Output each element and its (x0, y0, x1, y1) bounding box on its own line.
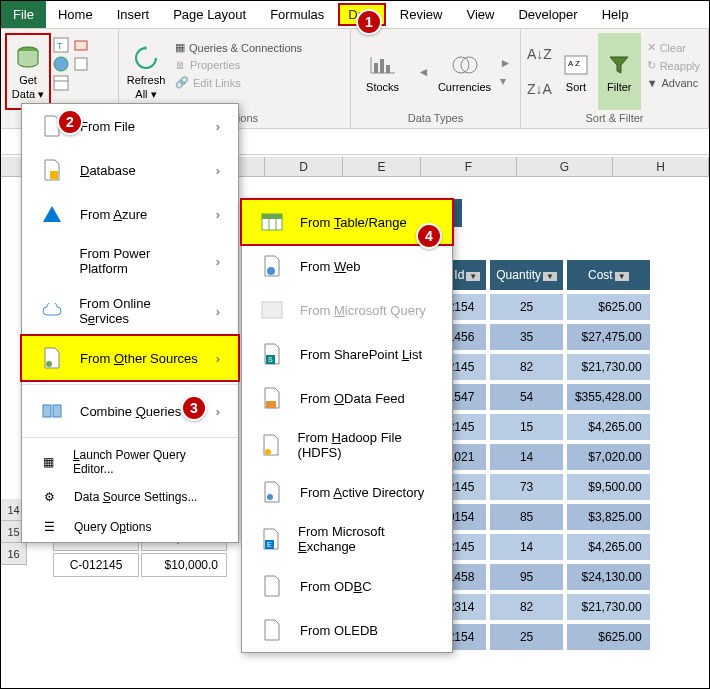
group-data-types: Data Types (355, 110, 516, 126)
tab-view[interactable]: View (454, 1, 506, 28)
from-text-icon[interactable]: T (53, 37, 71, 55)
currencies-button[interactable]: Currencies (442, 47, 488, 96)
power-platform-icon (40, 249, 63, 273)
ad-icon (260, 480, 284, 504)
svg-rect-15 (50, 171, 58, 179)
tab-home[interactable]: Home (46, 1, 105, 28)
odbc-icon (260, 574, 284, 598)
sort-asc-icon[interactable]: A↓Z (527, 46, 552, 62)
tab-formulas[interactable]: Formulas (258, 1, 336, 28)
database-icon (40, 158, 64, 182)
oledb-icon (260, 618, 284, 642)
menu-data-source-settings[interactable]: ⚙Data Source Settings... (22, 482, 238, 512)
tab-help[interactable]: Help (590, 1, 641, 28)
col-header-d[interactable]: D (265, 157, 343, 177)
hadoop-icon (260, 433, 282, 457)
menu-from-database[interactable]: Database› (22, 148, 238, 192)
azure-icon (40, 202, 64, 226)
svg-rect-18 (53, 405, 61, 417)
sort-icon: A Z (560, 49, 592, 81)
menu-from-power-platform[interactable]: From Power Platform› (22, 236, 238, 286)
properties-icon: 🗎 (175, 59, 186, 71)
svg-rect-6 (75, 41, 87, 50)
queries-connections-button[interactable]: ▦Queries & Connections (171, 39, 306, 56)
svg-point-16 (46, 361, 52, 367)
table-icon (260, 210, 284, 234)
tab-developer[interactable]: Developer (506, 1, 589, 28)
col-header-e[interactable]: E (343, 157, 421, 177)
menu-from-azure[interactable]: From Azure› (22, 192, 238, 236)
svg-rect-20 (262, 214, 282, 219)
data-table: uct Id▼ Quantity▼ Cost▼ 5215425$625.00 5… (426, 257, 653, 653)
menu-from-web[interactable]: From Web (242, 244, 452, 288)
edit-links-button[interactable]: 🔗Edit Links (171, 74, 306, 91)
svg-rect-27 (266, 401, 276, 408)
web-icon (260, 254, 284, 278)
menu-from-other-sources[interactable]: From Other Sources› (20, 334, 240, 382)
tab-review[interactable]: Review (388, 1, 455, 28)
exchange-icon: E (260, 527, 282, 551)
reapply-button[interactable]: ↻Reapply (643, 57, 704, 74)
sort-button[interactable]: A Z Sort (556, 33, 596, 110)
edit-links-icon: 🔗 (175, 76, 189, 89)
properties-button[interactable]: 🗎Properties (171, 57, 306, 73)
svg-rect-4 (54, 76, 68, 90)
advanced-icon: ▼ (647, 77, 658, 89)
svg-point-28 (265, 449, 271, 455)
advanced-button[interactable]: ▼Advanc (643, 75, 704, 91)
menu-from-exchange[interactable]: EFrom Microsoft Exchange (242, 514, 452, 564)
menu-query-options[interactable]: ☰Query Options (22, 512, 238, 542)
tab-insert[interactable]: Insert (105, 1, 162, 28)
connections-icon: ▦ (175, 41, 185, 54)
svg-rect-10 (386, 65, 390, 73)
svg-rect-9 (380, 59, 384, 73)
svg-point-23 (267, 267, 275, 275)
other-sources-submenu: From Table/Range From Web From Microsoft… (241, 199, 453, 653)
settings-icon: ⚙ (40, 488, 58, 506)
callout-badge-3: 3 (181, 395, 207, 421)
menu-from-file[interactable]: From File› (22, 104, 238, 148)
menu-from-hadoop[interactable]: From Hadoop File (HDFS) (242, 420, 452, 470)
menu-launch-pq-editor[interactable]: ▦Launch Power Query Editor... (22, 442, 238, 482)
svg-text:A Z: A Z (568, 59, 580, 68)
svg-text:E: E (267, 541, 272, 548)
col-header-g[interactable]: G (517, 157, 613, 177)
filter-button[interactable]: Filter (598, 33, 641, 110)
menu-from-online-services[interactable]: From Online Services› (22, 286, 238, 336)
col-header-f[interactable]: F (421, 157, 517, 177)
svg-point-3 (54, 57, 68, 71)
th-cost[interactable]: Cost▼ (566, 259, 651, 291)
tab-file[interactable]: File (1, 1, 46, 28)
recent-sources-icon[interactable] (73, 37, 91, 55)
clear-button[interactable]: ✕Clear (643, 39, 704, 56)
callout-badge-2: 2 (57, 109, 83, 135)
svg-rect-24 (262, 302, 282, 318)
svg-rect-17 (43, 405, 51, 417)
menu-from-oledb[interactable]: From OLEDB (242, 608, 452, 652)
menu-from-odata[interactable]: From OData Feed (242, 376, 452, 420)
menu-from-active-directory[interactable]: From Active Directory (242, 470, 452, 514)
existing-conn-icon[interactable] (73, 56, 91, 74)
get-data-menu: From File› Database› From Azure› From Po… (21, 103, 239, 543)
get-data-button[interactable]: Get Data ▾ (5, 33, 51, 110)
stocks-icon (367, 49, 399, 81)
row-header-16[interactable]: 16 (1, 543, 27, 565)
ribbon-tabs: File Home Insert Page Layout Formulas Da… (1, 1, 709, 29)
menu-from-odbc[interactable]: From ODBC (242, 564, 452, 608)
from-web-icon[interactable] (53, 56, 71, 74)
from-table-icon[interactable] (53, 75, 71, 93)
callout-badge-4: 4 (416, 223, 442, 249)
th-quantity[interactable]: Quantity▼ (489, 259, 564, 291)
stocks-button[interactable]: Stocks (360, 47, 406, 96)
col-header-h[interactable]: H (613, 157, 709, 177)
callout-badge-1: 1 (356, 9, 382, 35)
combine-icon (40, 399, 64, 423)
sharepoint-icon: S (260, 342, 284, 366)
refresh-all-button[interactable]: Refresh All ▾ (123, 33, 169, 110)
sort-desc-icon[interactable]: Z↓A (527, 81, 552, 97)
tab-page-layout[interactable]: Page Layout (161, 1, 258, 28)
clear-icon: ✕ (647, 41, 656, 54)
menu-from-ms-query[interactable]: From Microsoft Query (242, 288, 452, 332)
menu-from-sharepoint[interactable]: SFrom SharePoint List (242, 332, 452, 376)
svg-rect-8 (374, 63, 378, 73)
